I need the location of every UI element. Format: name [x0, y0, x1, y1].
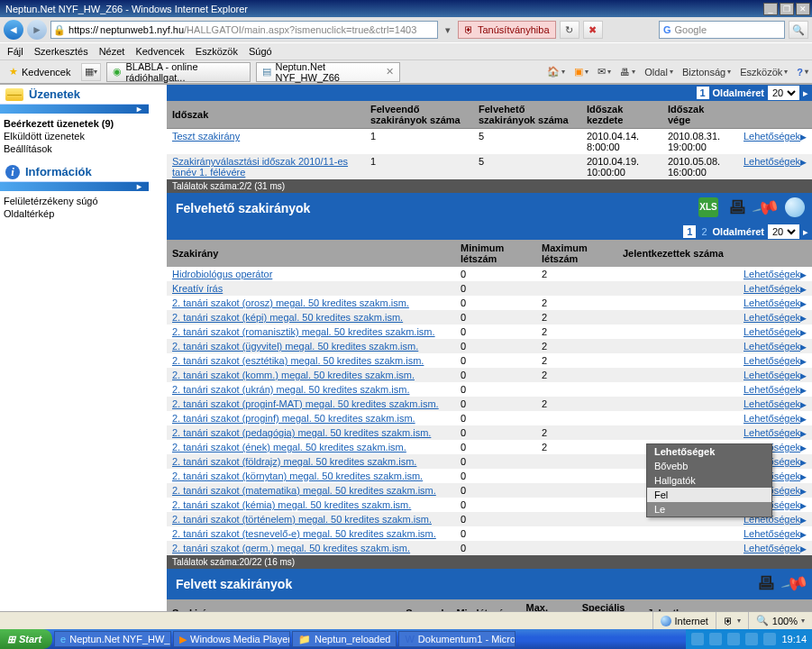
period-link[interactable]: Teszt szakirány	[172, 131, 240, 142]
spec-link[interactable]: 2. tanári szakot (történelem) megal. 50 …	[172, 514, 432, 525]
start-button[interactable]: ⊞ Start	[0, 629, 52, 649]
col-applied[interactable]: Jelentkezettek száma	[617, 240, 738, 267]
mail-button[interactable]: ✉▾	[598, 66, 611, 78]
options-link[interactable]: Lehetőségek	[744, 427, 800, 438]
chevron-right-icon[interactable]: ▶	[800, 530, 807, 539]
spec-link[interactable]: 2. tanári szakot (tesnevelő-e) megal. 50…	[172, 528, 436, 539]
spec-link[interactable]: 2. tanári szakot (ukrán) megal. 50 kredi…	[172, 384, 409, 395]
chevron-right-icon[interactable]: ▶	[800, 501, 807, 510]
sidebar-item-help[interactable]: Felületérzékeny súgó	[4, 195, 145, 207]
options-link[interactable]: Lehetőségek	[744, 355, 800, 366]
page-2-link[interactable]: 2	[699, 226, 708, 237]
export-xls-button[interactable]: XLS	[697, 196, 720, 219]
back-button[interactable]: ◄	[4, 20, 23, 40]
favorites-button[interactable]: ★ Kedvencek	[4, 64, 76, 79]
options-link[interactable]: Lehetőségek	[744, 326, 800, 337]
page-1[interactable]: 1	[697, 87, 709, 99]
options-link[interactable]: Lehetőségek	[744, 283, 800, 294]
clock[interactable]: 19:14	[781, 634, 807, 644]
spec-link[interactable]: 2. tanári szakot (matematika) megal. 50 …	[172, 485, 436, 496]
spec-link[interactable]: 2. tanári szakot (ének) megal. 50 kredit…	[172, 442, 406, 452]
tray-icon[interactable]	[763, 633, 776, 645]
search-go-button[interactable]: 🔍	[789, 21, 808, 39]
pagesize-select[interactable]: 20	[768, 86, 799, 100]
task-wmp[interactable]: ▶Windows Media Player	[173, 631, 290, 647]
stop-button[interactable]: ✖	[583, 21, 603, 39]
options-link[interactable]: Lehetőségek	[744, 384, 800, 395]
print-button3[interactable]: 🖶	[754, 571, 778, 595]
page-menu[interactable]: Oldal▾	[644, 67, 673, 78]
sidebar-expand-arrow2[interactable]: ►	[0, 182, 149, 191]
tray-icon[interactable]	[745, 633, 758, 645]
task-folder[interactable]: 📁Neptun_reloaded	[292, 631, 397, 647]
tab-blabla[interactable]: ◉ BLABLA - online rádióhallgat...	[106, 62, 251, 82]
options-link[interactable]: Lehetőségek	[744, 131, 800, 142]
tray-icon[interactable]	[727, 633, 740, 645]
menu-help[interactable]: Súgó	[249, 46, 272, 57]
options-link[interactable]: Lehetőségek	[744, 269, 800, 279]
safety-menu[interactable]: Biztonság▾	[682, 67, 731, 78]
tray-icon[interactable]	[709, 633, 722, 645]
options-link[interactable]: Lehetőségek	[744, 312, 800, 323]
sidebar-item-sent[interactable]: Elküldött üzenetek	[4, 130, 145, 142]
spec-link[interactable]: 2. tanári szakot (komm.) megal. 50 kredi…	[172, 370, 415, 380]
options-link[interactable]: Lehetőségek	[744, 370, 800, 380]
home-button[interactable]: 🏠▾	[547, 66, 565, 78]
tools-menu[interactable]: Eszközök▾	[740, 67, 788, 78]
chevron-right-icon[interactable]: ▶	[800, 487, 807, 496]
chevron-right-icon[interactable]: ▶	[800, 357, 807, 366]
menu-file[interactable]: Fájl	[7, 46, 23, 57]
chevron-right-icon[interactable]: ▶	[800, 314, 807, 323]
tray-icon[interactable]	[691, 633, 704, 645]
task-word[interactable]: WDokumentum1 - Microsof...	[398, 631, 515, 647]
chevron-right-icon[interactable]: ▶	[800, 386, 807, 395]
close-button[interactable]: ✕	[796, 3, 810, 15]
fav-grid-button[interactable]: ▦▾	[81, 63, 101, 81]
restore-button[interactable]: ❐	[780, 3, 794, 15]
chevron-right-icon[interactable]: ▶	[800, 158, 807, 167]
search-sphere-button[interactable]	[783, 196, 807, 219]
options-link[interactable]: Lehetőségek	[744, 413, 800, 424]
print-button-tb[interactable]: 🖶▾	[620, 67, 635, 78]
col-available[interactable]: Felvehető szakirányok száma	[473, 101, 581, 129]
chevron-right-icon[interactable]: ▶	[800, 285, 807, 294]
chevron-right-icon[interactable]: ▶	[800, 458, 807, 467]
zoom-cell[interactable]: 🔍 100% ▾	[748, 612, 812, 629]
minimize-button[interactable]: _	[763, 3, 778, 15]
options-link[interactable]: Lehetőségek	[744, 297, 800, 308]
ctx-item-more[interactable]: Bővebb	[647, 459, 771, 473]
spec-link[interactable]: 2. tanári szakot (pedagógia) megal. 50 k…	[172, 427, 431, 438]
chevron-right-icon[interactable]: ▶	[800, 343, 807, 352]
spec-link[interactable]: Hidrobiológus operátor	[172, 269, 272, 279]
chevron-right-icon[interactable]: ▶	[800, 400, 807, 409]
chevron-right-icon[interactable]: ▶	[800, 429, 807, 438]
forward-button[interactable]: ►	[27, 20, 47, 40]
chevron-right-icon[interactable]: ▶	[800, 299, 807, 308]
options-link[interactable]: Lehetőségek	[744, 341, 800, 352]
chevron-right-icon[interactable]: ▶	[800, 472, 807, 481]
chevron-right-icon[interactable]: ▶	[800, 328, 807, 337]
spec-link[interactable]: 2. tanári szakot (proginf-MAT) megal. 50…	[172, 398, 439, 409]
spec-link[interactable]: 2. tanári szakot (ügyvitel) megal. 50 kr…	[172, 341, 418, 352]
spec-link[interactable]: 2. tanári szakot (földrajz) megal. 50 kr…	[172, 456, 416, 467]
col-spec[interactable]: Szakirány	[167, 240, 455, 267]
menu-tools[interactable]: Eszközök	[196, 46, 238, 57]
sidebar-info-header[interactable]: i Információk	[0, 162, 149, 182]
col-max[interactable]: Maximum létszám	[536, 240, 617, 267]
menu-view[interactable]: Nézet	[99, 46, 125, 57]
chevron-right-icon[interactable]: ▶	[800, 443, 807, 452]
menu-fav[interactable]: Kedvencek	[135, 46, 184, 57]
sidebar-expand-arrow[interactable]: ►	[0, 105, 149, 114]
col-required[interactable]: Felveendő szakirányok száma	[365, 101, 473, 129]
tab-neptun[interactable]: ▤ Neptun.Net NYF_HW_Z66 ✕	[256, 62, 400, 82]
chevron-right-icon[interactable]: ▶	[800, 415, 807, 424]
ctx-item-up[interactable]: Fel	[647, 488, 771, 502]
spec-link[interactable]: 2. tanári szakot (orosz) megal. 50 kredi…	[172, 297, 409, 308]
spec-link[interactable]: 2. tanári szakot (esztétika) megal. 50 k…	[172, 355, 424, 366]
chevron-right-icon[interactable]: ▶	[800, 270, 807, 279]
pager-go-icon[interactable]: ▸	[803, 87, 808, 99]
print-button[interactable]: 🖶	[725, 196, 749, 219]
pin-button[interactable]: 📌	[750, 191, 782, 224]
sidebar-item-sitemap[interactable]: Oldaltérkép	[4, 207, 145, 220]
col-period[interactable]: Időszak	[167, 101, 365, 129]
